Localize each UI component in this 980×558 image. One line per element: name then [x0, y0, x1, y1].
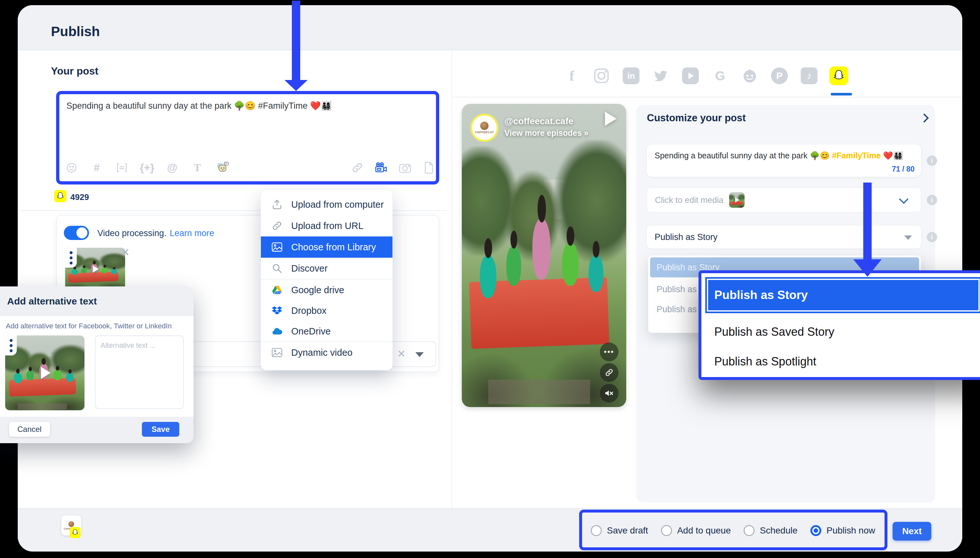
radio-circle-selected[interactable] — [810, 525, 821, 536]
snapchat-icon[interactable] — [829, 66, 848, 85]
account-avatar[interactable]: COFFEECAT — [470, 113, 498, 142]
clear-icon[interactable]: ✕ — [397, 348, 406, 360]
radio-circle[interactable] — [744, 525, 755, 536]
info-icon[interactable]: i — [927, 156, 937, 166]
view-more-episodes-link[interactable]: View more episodes » — [504, 128, 588, 138]
alt-text-input[interactable] — [95, 335, 184, 409]
toggle-knob — [76, 227, 87, 238]
radio-add-to-queue[interactable]: Add to queue — [661, 525, 731, 536]
mention-icon[interactable]: @ — [166, 161, 179, 175]
radio-circle[interactable] — [661, 525, 672, 536]
option-publish-as-story-selected[interactable]: Publish as Story — [705, 277, 980, 313]
cancel-button[interactable]: Cancel — [9, 422, 50, 437]
text-format-icon[interactable]: T — [191, 161, 204, 175]
customize-title: Customize your post — [647, 112, 746, 124]
hashtag-highlight: #FamilyTime — [832, 151, 881, 160]
option-publish-as-spotlight[interactable]: Publish as Spotlight — [701, 347, 980, 376]
more-options-icon[interactable]: ••• — [600, 343, 618, 361]
ai-assistant-icon[interactable] — [216, 161, 229, 175]
menu-item-upload-computer[interactable]: Upload from computer — [261, 194, 392, 215]
upload-icon — [271, 199, 283, 210]
menu-item-google-drive[interactable]: Google drive — [261, 280, 392, 300]
annotation-arrowhead — [284, 80, 308, 91]
facebook-icon[interactable]: f — [562, 66, 581, 85]
menu-item-choose-library[interactable]: Choose from Library — [261, 236, 392, 258]
active-tab-indicator — [831, 93, 852, 95]
video-upload-icon[interactable] — [375, 161, 388, 175]
save-button[interactable]: Save — [142, 422, 179, 437]
your-post-heading: Your post — [51, 65, 98, 77]
radio-label: Schedule — [760, 525, 798, 536]
radio-label: Save draft — [607, 525, 648, 536]
panel-divider — [451, 50, 452, 508]
drag-handle-icon[interactable] — [65, 248, 77, 268]
coffeecat-logo-text: COFFEECAT — [475, 131, 494, 134]
search-icon — [271, 263, 283, 274]
remove-media-icon[interactable]: ✕ — [121, 246, 130, 259]
modal-subtitle: Add alternative text for Facebook, Twitt… — [6, 322, 172, 330]
publish-type-select[interactable]: Publish as Story — [647, 226, 921, 248]
image-icon — [271, 241, 283, 253]
photo-upload-icon[interactable] — [398, 161, 411, 175]
modal-video-thumbnail — [5, 335, 85, 410]
reddit-icon[interactable] — [741, 66, 759, 85]
twitter-icon[interactable] — [651, 66, 670, 85]
hashtag-icon[interactable]: # — [90, 161, 103, 175]
radio-publish-now[interactable]: Publish now — [810, 525, 875, 536]
character-counter: 4929 — [70, 192, 89, 202]
publish-screen: Publish Your post Spending a beautiful s… — [0, 0, 980, 558]
play-icon[interactable] — [93, 266, 99, 272]
image-icon — [271, 347, 283, 358]
youtube-icon[interactable] — [681, 66, 700, 85]
radio-schedule[interactable]: Schedule — [744, 525, 798, 536]
video-thumbnail[interactable] — [65, 248, 125, 290]
copy-link-icon[interactable] — [600, 363, 618, 382]
document-upload-icon[interactable] — [423, 161, 435, 175]
emoji-icon[interactable] — [65, 161, 78, 175]
variables-icon[interactable]: {+} — [141, 161, 154, 175]
radio-label: Publish now — [826, 525, 875, 536]
menu-item-label: Discover — [291, 263, 328, 274]
account-handle[interactable]: @coffeecat.cafe — [504, 116, 574, 126]
select-caret-icon — [904, 235, 912, 240]
edit-media-row[interactable]: Click to edit media — [647, 188, 921, 212]
play-icon[interactable] — [605, 112, 616, 126]
tiktok-icon[interactable]: ♪ — [800, 66, 818, 85]
menu-item-discover[interactable]: Discover — [261, 258, 392, 279]
drag-handle-icon[interactable] — [5, 335, 17, 355]
annotation-arrow — [863, 182, 872, 260]
char-count: 71 / 80 — [892, 165, 914, 174]
instagram-icon[interactable] — [592, 66, 611, 85]
google-business-icon[interactable]: G — [711, 66, 729, 85]
snippet-icon[interactable] — [115, 161, 128, 175]
menu-item-dynamic-video[interactable]: Dynamic video — [261, 342, 392, 363]
menu-item-upload-url[interactable]: Upload from URL — [261, 215, 392, 236]
linkedin-icon[interactable]: in — [622, 66, 641, 85]
next-button[interactable]: Next — [893, 522, 931, 541]
info-icon[interactable]: i — [927, 232, 937, 242]
park-video-still — [462, 104, 626, 407]
expand-caret-icon[interactable] — [415, 352, 424, 357]
composer-toolbar-left: # {+} @ T — [65, 161, 229, 175]
menu-item-dropbox[interactable]: Dropbox — [261, 300, 392, 321]
info-icon[interactable]: i — [927, 195, 937, 205]
radio-save-draft[interactable]: Save draft — [591, 525, 648, 536]
publish-type-value: Publish as Story — [655, 232, 718, 242]
post-text[interactable]: Spending a beautiful sunny day at the pa… — [66, 101, 424, 111]
network-tabs: f in G P ♪ — [562, 66, 848, 85]
window-header — [18, 5, 962, 50]
menu-item-onedrive[interactable]: OneDrive — [261, 321, 392, 341]
chevron-down-icon[interactable] — [899, 194, 909, 204]
pinterest-icon[interactable]: P — [770, 66, 789, 85]
link-attach-icon[interactable] — [351, 161, 364, 175]
option-publish-as-saved-story[interactable]: Publish as Saved Story — [701, 317, 980, 347]
zoomed-publish-type-dropdown: Publish as Story Publish as Saved Story … — [698, 270, 980, 380]
mute-icon[interactable] — [600, 384, 618, 402]
snapchat-counter-badge — [54, 190, 66, 202]
video-processing-toggle[interactable] — [64, 226, 89, 240]
radio-circle[interactable] — [591, 525, 602, 536]
customized-post-text-box[interactable]: Spending a beautiful sunny day at the pa… — [647, 144, 921, 177]
annotation-arrow — [292, 1, 300, 80]
media-mini-thumbnail — [729, 192, 745, 208]
learn-more-link[interactable]: Learn more — [170, 228, 214, 238]
